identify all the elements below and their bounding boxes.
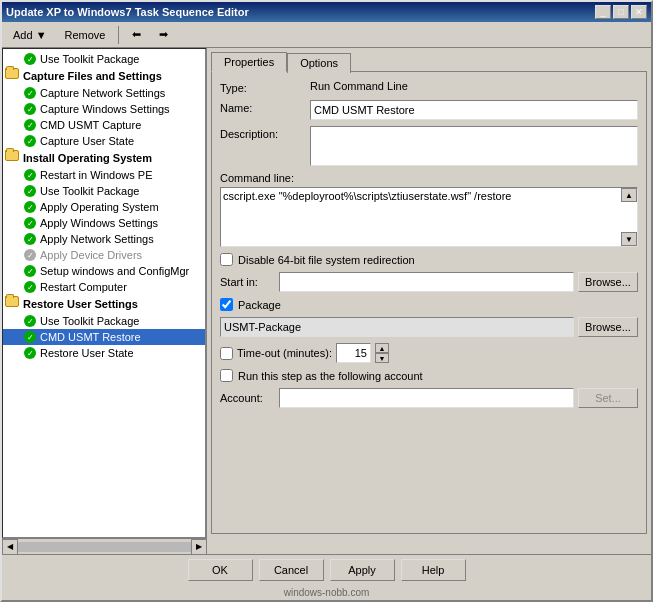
package-label: Package — [238, 299, 281, 311]
tree-item-label: Capture Windows Settings — [40, 103, 170, 115]
tree-item-label: Restart Computer — [40, 281, 127, 293]
tree-group-capture[interactable]: Capture Files and Settings — [3, 67, 205, 85]
restore-button[interactable]: □ — [613, 5, 629, 19]
folder-install-icon — [5, 150, 21, 166]
tree-item-label: Capture Network Settings — [40, 87, 165, 99]
check-icon: ✓ — [23, 134, 37, 148]
tree-item-restore-user-state[interactable]: ✓ Restore User State — [3, 345, 205, 361]
tree-item-setup-windows[interactable]: ✓ Setup windows and ConfigMgr — [3, 263, 205, 279]
add-button[interactable]: Add ▼ — [6, 25, 54, 45]
check-icon: ✓ — [23, 52, 37, 66]
main-window: Update XP to Windows7 Task Sequence Edit… — [0, 0, 653, 602]
check-icon: ✓ — [23, 168, 37, 182]
tree-item-label: Apply Windows Settings — [40, 217, 158, 229]
tree-item-apply-device-drivers[interactable]: ✓ Apply Device Drivers — [3, 247, 205, 263]
tree-item-use-toolkit-install[interactable]: ✓ Use Toolkit Package — [3, 183, 205, 199]
tab-options[interactable]: Options — [287, 53, 351, 73]
name-row: Name: — [220, 100, 638, 120]
h-scroll-left-button[interactable]: ◀ — [2, 539, 18, 555]
tree-item-cmd-usmt-restore[interactable]: ✓ CMD USMT Restore — [3, 329, 205, 345]
h-scroll-right-button[interactable]: ▶ — [191, 539, 207, 555]
timeout-spin-up[interactable]: ▲ — [375, 343, 389, 353]
tree-group-install[interactable]: Install Operating System — [3, 149, 205, 167]
check-icon: ✓ — [23, 102, 37, 116]
check-icon: ✓ — [23, 118, 37, 132]
type-label: Type: — [220, 80, 310, 94]
disable-64bit-label: Disable 64-bit file system redirection — [238, 254, 415, 266]
package-browse-button[interactable]: Browse... — [578, 317, 638, 337]
command-line-text: cscript.exe "%deployroot%\scripts\ztiuse… — [223, 190, 511, 202]
run-as-label: Run this step as the following account — [238, 370, 423, 382]
remove-button[interactable]: Remove — [58, 25, 113, 45]
package-input[interactable] — [220, 317, 574, 337]
name-input[interactable] — [310, 100, 638, 120]
toolbar-icon-1[interactable]: ⬅ — [125, 25, 148, 45]
toolbar: Add ▼ Remove ⬅ ➡ — [2, 22, 651, 48]
check-icon: ✓ — [23, 314, 37, 328]
tree-item-apply-win-settings[interactable]: ✓ Apply Windows Settings — [3, 215, 205, 231]
disable-64bit-checkbox[interactable] — [220, 253, 233, 266]
tree-item-apply-net-settings[interactable]: ✓ Apply Network Settings — [3, 231, 205, 247]
help-button[interactable]: Help — [401, 559, 466, 581]
package-checkbox[interactable] — [220, 298, 233, 311]
tree-item-restart-winpe[interactable]: ✓ Restart in Windows PE — [3, 167, 205, 183]
tab-options-label: Options — [300, 57, 338, 69]
tree-item-label: Restart in Windows PE — [40, 169, 152, 181]
start-in-input[interactable] — [279, 272, 574, 292]
watermark-text: windows-nobb.com — [284, 587, 370, 598]
toolbar-icon-2[interactable]: ➡ — [152, 25, 175, 45]
scroll-down-button[interactable]: ▼ — [621, 232, 637, 246]
tab-properties[interactable]: Properties — [211, 52, 287, 72]
timeout-spinner: ▲ ▼ — [375, 343, 389, 363]
h-scroll-track — [18, 542, 191, 552]
check-icon: ✓ — [23, 200, 37, 214]
folder-capture-icon — [5, 68, 21, 84]
apply-button[interactable]: Apply — [330, 559, 395, 581]
description-input[interactable] — [310, 126, 638, 166]
ok-button[interactable]: OK — [188, 559, 253, 581]
command-line-label: Command line: — [220, 172, 638, 184]
cancel-button[interactable]: Cancel — [259, 559, 324, 581]
account-input[interactable] — [279, 388, 574, 408]
tree-item-label: CMD USMT Restore — [40, 331, 141, 343]
check-icon: ✓ — [23, 346, 37, 360]
check-icon: ✓ — [23, 330, 37, 344]
tree-item-capture-windows[interactable]: ✓ Capture Windows Settings — [3, 101, 205, 117]
right-panel: Properties Options Type: Run Command Lin… — [207, 48, 651, 538]
package-row: Browse... — [220, 317, 638, 337]
set-button[interactable]: Set... — [578, 388, 638, 408]
check-icon: ✓ — [23, 232, 37, 246]
timeout-spin-down[interactable]: ▼ — [375, 353, 389, 363]
tree-item-restart-computer[interactable]: ✓ Restart Computer — [3, 279, 205, 295]
tree-item-label: CMD USMT Capture — [40, 119, 141, 131]
tree-group-restore-label: Restore User Settings — [23, 298, 138, 310]
tree-item-use-toolkit-top[interactable]: ✓ Use Toolkit Package — [3, 51, 205, 67]
close-button[interactable]: ✕ — [631, 5, 647, 19]
tree-group-restore[interactable]: Restore User Settings — [3, 295, 205, 313]
tree-item-capture-network[interactable]: ✓ Capture Network Settings — [3, 85, 205, 101]
tree-item-capture-user-state[interactable]: ✓ Capture User State — [3, 133, 205, 149]
scroll-up-button[interactable]: ▲ — [621, 188, 637, 202]
tree-item-apply-os[interactable]: ✓ Apply Operating System — [3, 199, 205, 215]
check-icon: ✓ — [23, 248, 37, 262]
tree-item-label: Restore User State — [40, 347, 134, 359]
window-title: Update XP to Windows7 Task Sequence Edit… — [6, 6, 249, 18]
description-label: Description: — [220, 126, 310, 140]
command-line-box: cscript.exe "%deployroot%\scripts\ztiuse… — [220, 187, 638, 247]
start-in-row: Start in: Browse... — [220, 272, 638, 292]
timeout-checkbox[interactable] — [220, 347, 233, 360]
timeout-label: Time-out (minutes): — [237, 347, 332, 359]
tree-item-label: Apply Device Drivers — [40, 249, 142, 261]
run-as-checkbox[interactable] — [220, 369, 233, 382]
timeout-input[interactable] — [336, 343, 371, 363]
toolbar-separator — [118, 26, 119, 44]
run-as-row: Run this step as the following account — [220, 369, 638, 382]
minimize-button[interactable]: _ — [595, 5, 611, 19]
tree-item-use-toolkit-restore[interactable]: ✓ Use Toolkit Package — [3, 313, 205, 329]
h-scrollbar: ◀ ▶ — [2, 538, 207, 554]
start-in-browse-button[interactable]: Browse... — [578, 272, 638, 292]
tree-item-label: Capture User State — [40, 135, 134, 147]
tree-item-label: Use Toolkit Package — [40, 315, 139, 327]
tree-item-cmd-usmt-capture[interactable]: ✓ CMD USMT Capture — [3, 117, 205, 133]
remove-label: Remove — [65, 29, 106, 41]
